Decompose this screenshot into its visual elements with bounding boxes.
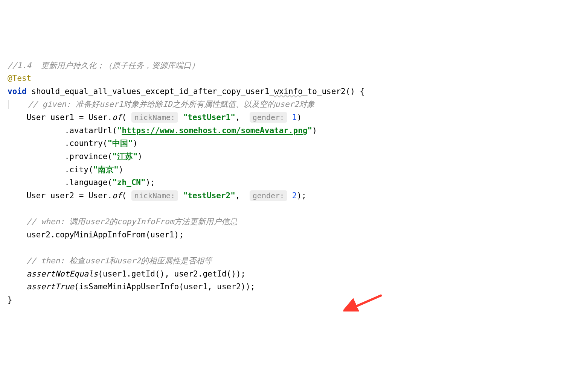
method-body: // given: 准备好user1对象并给除ID之外所有属性赋值、以及空的us… (8, 100, 317, 291)
comment-given: // given: 准备好user1对象并给除ID之外所有属性赋值、以及空的us… (28, 100, 315, 109)
line-copy-call: user2.copyMiniAppInfoFrom(user1); (27, 230, 184, 239)
test-method-signature: should_equal_all_values_except_id_after_… (31, 87, 364, 96)
line-avatar: .avatarUrl("https://www.somehost.com/som… (27, 126, 317, 135)
line-language: .language("zh_CN"); (27, 178, 155, 187)
line-country: .country("中国") (27, 139, 138, 148)
code-block[interactable]: //1.4 更新用户持久化；（原子任务，资源库端口） @Test void sh… (8, 59, 553, 307)
close-brace: } (8, 295, 12, 304)
line-assert-not-equals: assertNotEquals(user1.getId(), user2.get… (27, 269, 246, 278)
hint-gender: gender: (250, 112, 287, 123)
comment-then: // then: 检查user1和user2的相应属性是否相等 (27, 256, 212, 265)
comment-top: //1.4 更新用户持久化；（原子任务，资源库端口） (8, 61, 199, 70)
hint-gender-2: gender: (250, 190, 287, 201)
line-city: .city("南京") (27, 165, 123, 174)
line-province: .province("江苏") (27, 152, 143, 161)
keyword-void: void (8, 87, 27, 96)
hint-nickname: nickName: (131, 112, 178, 123)
line-user2-decl: User user2 = User.of( nickName: "testUse… (27, 190, 306, 201)
annotation-test: @Test (8, 74, 31, 83)
comment-when: // when: 调用user2的copyInfoFrom方法更新用户信息 (27, 217, 238, 226)
line-assert-true: assertTrue(isSameMiniAppUserInfo(user1, … (27, 282, 255, 291)
hint-nickname-2: nickName: (131, 190, 178, 201)
line-user1-decl: User user1 = User.of( nickName: "testUse… (27, 112, 302, 123)
